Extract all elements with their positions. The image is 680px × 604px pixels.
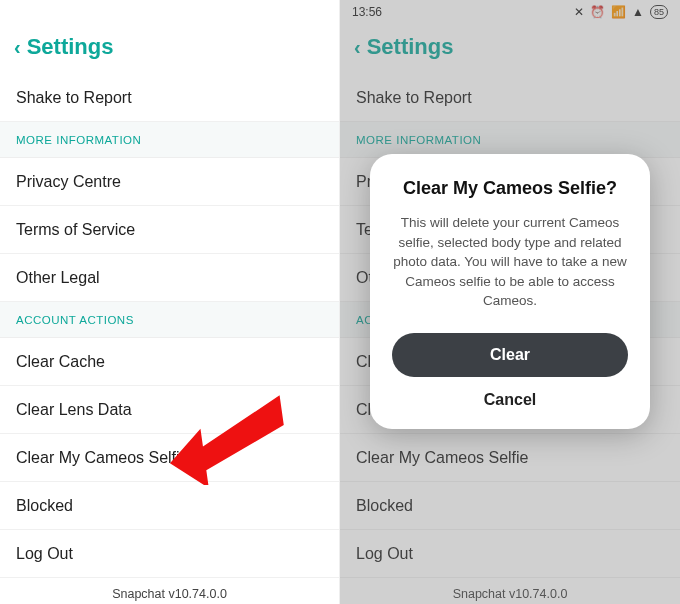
row-clear-cache[interactable]: Clear Cache	[0, 338, 339, 386]
nav-title: Settings	[27, 34, 114, 60]
dialog-body: This will delete your current Cameos sel…	[392, 213, 628, 311]
row-privacy-centre[interactable]: Privacy Centre	[0, 158, 339, 206]
cancel-button[interactable]: Cancel	[484, 391, 536, 409]
footer: Snapchat v10.74.0.0 Made in Los Angeles	[0, 578, 339, 604]
row-clear-lens-data[interactable]: Clear Lens Data	[0, 386, 339, 434]
clear-button[interactable]: Clear	[392, 333, 628, 377]
footer-version: Snapchat v10.74.0.0	[0, 586, 339, 604]
nav-bar[interactable]: ‹ Settings	[0, 24, 339, 74]
section-account-actions: ACCOUNT ACTIONS	[0, 302, 339, 338]
row-other-legal[interactable]: Other Legal	[0, 254, 339, 302]
row-blocked[interactable]: Blocked	[0, 482, 339, 530]
row-log-out[interactable]: Log Out	[0, 530, 339, 578]
right-screenshot: 13:56 ✕ ⏰ 📶 ▲ 85 ‹ Settings Shake to Rep…	[340, 0, 680, 604]
left-screenshot: ‹ Settings Shake to Report MORE INFORMAT…	[0, 0, 340, 604]
row-terms-of-service[interactable]: Terms of Service	[0, 206, 339, 254]
row-shake-to-report[interactable]: Shake to Report	[0, 74, 339, 122]
section-more-information: MORE INFORMATION	[0, 122, 339, 158]
dialog-title: Clear My Cameos Selfie?	[392, 178, 628, 199]
row-clear-cameos-selfie[interactable]: Clear My Cameos Selfie	[0, 434, 339, 482]
back-chevron-icon[interactable]: ‹	[14, 37, 21, 57]
confirm-dialog: Clear My Cameos Selfie? This will delete…	[370, 154, 650, 429]
